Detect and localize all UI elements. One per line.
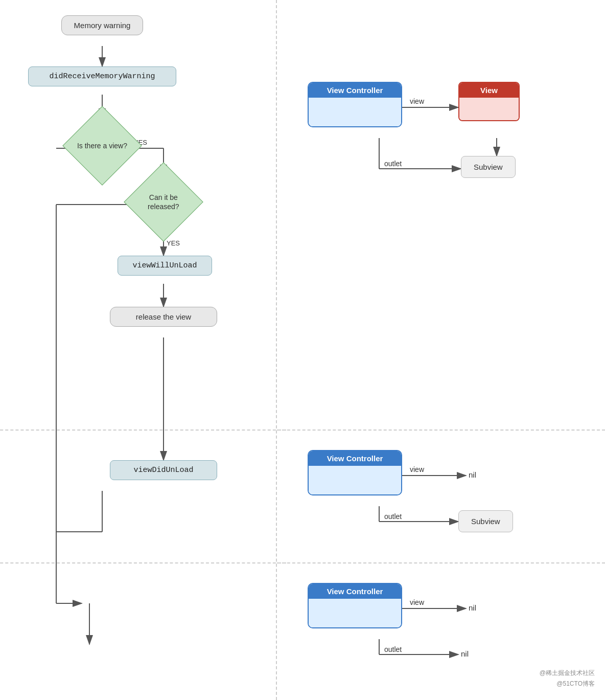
svg-text:view: view bbox=[410, 465, 425, 473]
watermark: @稀土掘金技术社区 @51CTO博客 bbox=[540, 668, 595, 690]
svg-text:outlet: outlet bbox=[384, 645, 402, 653]
vc2-body bbox=[309, 466, 401, 494]
h-divider-2 bbox=[0, 562, 286, 563]
view-will-unload-label: viewWillUnLoad bbox=[118, 256, 212, 276]
view3-nil: nil bbox=[469, 603, 476, 612]
flowchart-svg: YES YES bbox=[0, 0, 255, 665]
view-did-unload-box: viewDidUnLoad bbox=[110, 460, 217, 480]
diamond-is-view-label: Is there a view? bbox=[77, 141, 127, 150]
svg-text:outlet: outlet bbox=[384, 160, 402, 168]
diamond-can-release-label: Can it be released? bbox=[136, 193, 191, 211]
subview-box-2: Subview bbox=[458, 510, 513, 532]
vc1-body bbox=[309, 98, 401, 126]
view-did-unload-label: viewDidUnLoad bbox=[110, 460, 217, 480]
svg-text:outlet: outlet bbox=[384, 512, 402, 521]
main-container: YES YES Memory warning bbox=[0, 0, 605, 700]
h-divider-1 bbox=[0, 430, 286, 431]
svg-text:view: view bbox=[410, 598, 425, 606]
watermark-line1: @稀土掘金技术社区 bbox=[540, 668, 595, 679]
memory-warning-box: Memory warning bbox=[61, 15, 143, 35]
vc3-header: View Controller bbox=[309, 584, 401, 599]
view-will-unload-box: viewWillUnLoad bbox=[118, 256, 212, 276]
right-h-divider-2 bbox=[277, 562, 605, 563]
diamond-is-view: Is there a view? bbox=[74, 118, 130, 174]
subview2-label: Subview bbox=[458, 510, 513, 532]
right-h-divider-1 bbox=[277, 430, 605, 431]
view2-nil: nil bbox=[469, 470, 476, 479]
vc1-header: View Controller bbox=[309, 83, 401, 98]
vc-box-3: View Controller bbox=[308, 583, 402, 628]
svg-text:view: view bbox=[410, 97, 425, 105]
vc3-body bbox=[309, 599, 401, 627]
outlet3-nil: nil bbox=[461, 649, 469, 658]
left-panel: YES YES Memory warning bbox=[0, 0, 276, 700]
svg-text:YES: YES bbox=[167, 239, 180, 247]
did-receive-box: didReceiveMemoryWarning bbox=[28, 66, 176, 86]
right-panel: view outlet View Controller View bbox=[277, 0, 605, 700]
subview1-label: Subview bbox=[461, 156, 516, 178]
watermark-line2: @51CTO博客 bbox=[540, 679, 595, 690]
release-view-label: release the view bbox=[110, 307, 217, 327]
vc-box-1: View Controller bbox=[308, 82, 402, 127]
diamond-can-release: Can it be released? bbox=[135, 174, 192, 230]
view1-body bbox=[459, 98, 519, 120]
vc2-header: View Controller bbox=[309, 451, 401, 466]
view1-header: View bbox=[459, 83, 519, 98]
memory-warning-label: Memory warning bbox=[61, 15, 143, 35]
subview-box-1: Subview bbox=[461, 156, 516, 178]
vc-box-2: View Controller bbox=[308, 450, 402, 495]
view-box-red: View bbox=[458, 82, 520, 121]
did-receive-label: didReceiveMemoryWarning bbox=[28, 66, 176, 86]
release-view-box: release the view bbox=[110, 307, 217, 327]
